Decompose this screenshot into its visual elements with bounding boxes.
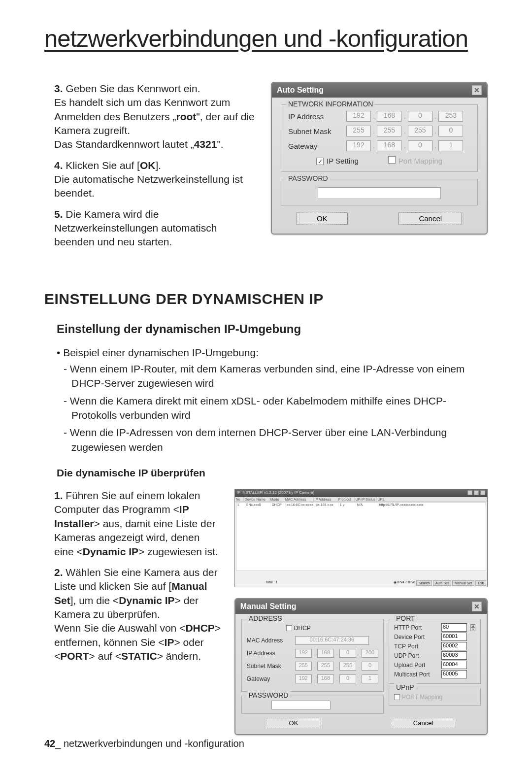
ipv6-radio[interactable]: ○ IPv6 xyxy=(405,580,415,586)
upload-port-input[interactable]: 60004 xyxy=(441,661,467,669)
auto-setting-dialog: Auto Setting ✕ NETWORK INFORMATION IP Ad… xyxy=(271,82,488,235)
mac-input: 00:16:6C:47:24:36 xyxy=(295,636,369,645)
gateway-input[interactable]: 192. 168. 0. 1 xyxy=(346,140,463,151)
ipinstaller-title: IP INSTALLER v1.2.12 (2007 by IP Camera) xyxy=(237,490,314,496)
step-3: 3. Geben Sie das Kennwort ein. Es handel… xyxy=(54,82,259,152)
ip-input[interactable]: 192. 168. 0. 200 xyxy=(295,649,378,658)
manualset-button[interactable]: Manual Set xyxy=(452,580,474,586)
exit-button[interactable]: Exit xyxy=(475,580,486,586)
dash-list: Wenn einem IP-Router, mit dem Kameras ve… xyxy=(71,362,488,454)
address-legend: ADDRESS xyxy=(247,614,284,622)
port-mapping-checkbox[interactable]: Port Mapping xyxy=(388,156,442,166)
bullet-intro: • Beispiel einer dynamischen IP-Umgebung… xyxy=(57,347,488,359)
dash-item: Wenn einem IP-Router, mit dem Kameras ve… xyxy=(71,362,488,391)
page-footer: 42_ netzwerkverbindungen und -konfigurat… xyxy=(44,738,244,749)
subnet-mask-label: Subnet Mask xyxy=(288,127,342,135)
step-2: 2. Wählen Sie eine Kamera aus der Liste … xyxy=(54,566,222,663)
step-4: 4. Klicken Sie auf [OK]. Die automatisch… xyxy=(54,159,259,201)
password-legend: PASSWORD xyxy=(247,691,291,699)
device-port-label: Device Port xyxy=(394,634,438,640)
autoset-button[interactable]: Auto Set xyxy=(433,580,451,586)
password-legend: PASSWORD xyxy=(286,174,330,182)
subnet-input[interactable]: 255. 255. 255. 0 xyxy=(295,662,378,671)
check-dynamic-ip-heading: Die dynamische IP überprüfen xyxy=(57,467,488,479)
table-row[interactable]: 1 SNx-xxx0 DHCP xx:16:6C:xx:xx:xx xx.168… xyxy=(236,503,486,507)
dialog-title: Auto Setting xyxy=(277,86,324,95)
dialog-title: Manual Setting xyxy=(240,602,297,611)
device-port-input[interactable]: 60001 xyxy=(441,633,467,641)
dynamic-ip-heading: EINSTELLUNG DER DYNAMISCHEN IP xyxy=(44,291,488,307)
udp-port-label: UDP Port xyxy=(394,652,438,659)
maximize-icon[interactable] xyxy=(474,490,479,495)
tcp-port-label: TCP Port xyxy=(394,643,438,650)
http-port-input[interactable]: 80 xyxy=(441,623,467,632)
manual-setting-dialog: Manual Setting ✕ ADDRESS DHCP MAC Addres… xyxy=(234,598,488,735)
bottom-steps-list: 1. Führen Sie auf einem lokalen Computer… xyxy=(44,489,222,663)
gateway-label: Gateway xyxy=(288,142,342,150)
step-5: 5. Die Kamera wird die Netzwerkeinstellu… xyxy=(54,207,259,249)
cancel-button[interactable]: Cancel xyxy=(399,212,462,225)
close-icon[interactable] xyxy=(480,490,485,495)
ip-address-label: IP Address xyxy=(288,112,342,121)
subnet-mask-input[interactable]: 255. 255. 255. 0 xyxy=(346,126,463,136)
network-info-legend: NETWORK INFORMATION xyxy=(286,100,375,108)
tcp-port-input[interactable]: 60002 xyxy=(441,642,467,650)
upnp-legend: UPnP xyxy=(394,683,416,691)
page-title: netzwerkverbindungen und -konfiguration xyxy=(44,25,488,52)
grid-header: No Device Name Mode MAC Address IP Addre… xyxy=(235,497,487,502)
http-port-label: HTTP Port xyxy=(394,624,438,631)
close-icon[interactable]: ✕ xyxy=(472,85,482,95)
cancel-button[interactable]: Cancel xyxy=(391,718,455,728)
dash-item: Wenn die IP-Adressen von dem internen DH… xyxy=(71,425,488,454)
total-label: Total : 1 xyxy=(266,580,278,586)
multicast-port-input[interactable]: 60005 xyxy=(441,670,467,678)
gateway-input[interactable]: 192. 168. 0. 1 xyxy=(295,674,378,683)
password-input[interactable] xyxy=(318,187,441,199)
password-input[interactable] xyxy=(271,701,331,709)
port-legend: PORT xyxy=(394,614,417,622)
dynamic-ip-env-heading: Einstellung der dynamischen IP-Umgebung xyxy=(57,322,488,336)
ip-label: IP Address xyxy=(247,650,291,657)
upload-port-label: Upload Port xyxy=(394,662,438,669)
ip-setting-checkbox[interactable]: ✓IP Setting xyxy=(316,157,359,166)
search-button[interactable]: Search xyxy=(416,580,432,586)
ipv4-radio[interactable]: ◉ IPv4 xyxy=(394,580,404,586)
step-1: 1. Führen Sie auf einem lokalen Computer… xyxy=(54,489,222,559)
ip-address-input[interactable]: 192. 168. 0. 253 xyxy=(346,111,463,122)
minimize-icon[interactable] xyxy=(467,490,472,495)
dhcp-checkbox[interactable]: DHCP xyxy=(286,623,311,632)
multicast-port-label: Multicast Port xyxy=(394,671,438,678)
udp-port-input[interactable]: 60003 xyxy=(441,651,467,660)
mac-label: MAC Address xyxy=(247,637,291,644)
subnet-label: Subnet Mask xyxy=(247,663,291,670)
ip-installer-window: IP INSTALLER v1.2.12 (2007 by IP Camera)… xyxy=(234,489,488,587)
ok-button[interactable]: OK xyxy=(297,212,348,225)
top-steps-list: 3. Geben Sie das Kennwort ein. Es handel… xyxy=(44,82,259,249)
http-port-spinner[interactable]: ▴▾ xyxy=(470,624,475,631)
gateway-label: Gateway xyxy=(247,675,291,682)
close-icon[interactable]: ✕ xyxy=(472,602,482,611)
dash-item: Wenn die Kamera direkt mit einem xDSL- o… xyxy=(71,394,488,423)
port-mapping-checkbox[interactable]: PORT Mapping xyxy=(394,692,442,701)
ok-button[interactable]: OK xyxy=(267,718,321,728)
